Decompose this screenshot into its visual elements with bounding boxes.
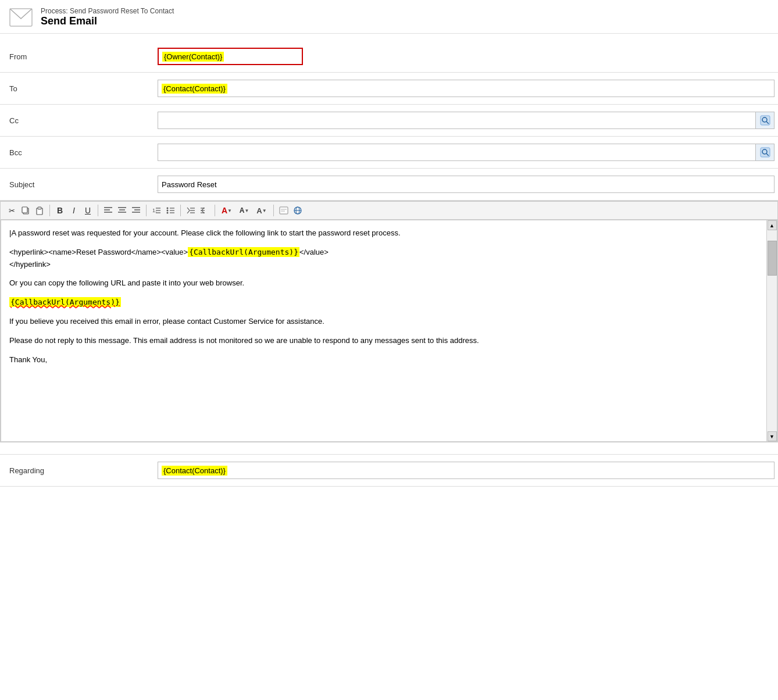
font-color-button[interactable]: A ▼ (219, 204, 235, 217)
body-content[interactable]: |A password reset was requested for your… (1, 220, 766, 441)
cc-field (154, 109, 778, 131)
subject-input[interactable] (158, 176, 775, 193)
email-body-area: ✂ B I U 1. (0, 201, 778, 442)
insert-field-button[interactable] (277, 204, 290, 217)
cut-button[interactable]: ✂ (5, 204, 18, 217)
font-size-button[interactable]: A ▼ (236, 204, 252, 217)
bcc-field (154, 141, 778, 163)
body-with-scrollbar: |A password reset was requested for your… (1, 220, 777, 442)
regarding-row: Regarding {Contact(Contact)} (0, 455, 778, 487)
italic-button[interactable]: I (67, 204, 80, 217)
body-line3: Or you can copy the following URL and pa… (9, 277, 758, 290)
callback-token-2: {CallbackUrl(Arguments)} (9, 297, 121, 307)
svg-rect-36 (280, 207, 288, 214)
bold-button[interactable]: B (53, 204, 66, 217)
from-row: From {Owner(Contact)} (0, 41, 778, 73)
editor-toolbar: ✂ B I U 1. (1, 201, 777, 220)
indent-button[interactable] (184, 204, 197, 217)
from-input-box[interactable]: {Owner(Contact)} (158, 48, 303, 65)
scrollbar[interactable]: ▲ ▼ (766, 220, 777, 441)
bcc-input[interactable] (158, 145, 755, 160)
align-center-button[interactable] (116, 204, 129, 217)
scrollbar-thumb[interactable] (768, 241, 777, 276)
cc-lookup-icon[interactable] (755, 112, 774, 128)
email-icon (9, 8, 33, 27)
underline-button[interactable]: U (81, 204, 94, 217)
scrollbar-down-arrow[interactable]: ▼ (768, 431, 777, 441)
bcc-lookup-icon[interactable] (755, 144, 774, 160)
bcc-row: Bcc (0, 137, 778, 169)
outdent-button[interactable] (198, 204, 211, 217)
separator-1 (49, 205, 50, 216)
bcc-label: Bcc (0, 144, 154, 162)
from-field: {Owner(Contact)} (154, 45, 778, 67)
subject-row: Subject (0, 169, 778, 201)
from-token: {Owner(Contact)} (162, 52, 224, 62)
from-field-wrapper: {Owner(Contact)} (158, 48, 775, 65)
svg-rect-8 (22, 207, 27, 213)
regarding-input-box[interactable]: {Contact(Contact)} (158, 462, 775, 479)
body-callback-standalone: {CallbackUrl(Arguments)} (9, 297, 758, 309)
align-right-button[interactable] (130, 204, 142, 217)
svg-point-24 (167, 208, 169, 209)
svg-point-26 (167, 212, 169, 214)
cc-input-wrapper (158, 112, 775, 129)
separator-4 (180, 205, 181, 216)
separator-3 (146, 205, 147, 216)
bcc-input-wrapper (158, 144, 775, 161)
unordered-list-button[interactable] (164, 204, 177, 217)
subject-label: Subject (0, 176, 154, 194)
separator-5 (215, 205, 215, 216)
header: Process: Send Password Reset To Contact … (0, 0, 778, 34)
process-title: Process: Send Password Reset To Contact (41, 7, 174, 15)
to-label: To (0, 80, 154, 98)
subject-field (154, 173, 778, 195)
regarding-field: {Contact(Contact)} (154, 459, 778, 481)
svg-rect-10 (38, 207, 41, 209)
separator-6 (273, 205, 274, 216)
from-label: From (0, 48, 154, 66)
header-text: Process: Send Password Reset To Contact … (41, 7, 174, 27)
callback-token-1: {CallbackUrl(Arguments)} (188, 247, 299, 257)
hyperlink-prefix: <hyperlink><name>Reset Password</name><v… (9, 248, 188, 256)
align-left-button[interactable] (102, 204, 115, 217)
body-line5: Please do not reply to this message. Thi… (9, 335, 758, 347)
main-title: Send Email (41, 15, 174, 27)
cc-label: Cc (0, 112, 154, 130)
copy-button[interactable] (19, 204, 32, 217)
body-line1: |A password reset was requested for your… (9, 227, 758, 240)
regarding-label: Regarding (0, 462, 154, 480)
paste-button[interactable] (33, 204, 46, 217)
regarding-token: {Contact(Contact)} (162, 466, 227, 476)
regarding-section: Regarding {Contact(Contact)} (0, 454, 778, 487)
cc-row: Cc (0, 105, 778, 137)
to-row: To {Contact(Contact)} (0, 73, 778, 105)
body-line4: If you believe you received this email i… (9, 316, 758, 328)
to-input-box[interactable]: {Contact(Contact)} (158, 80, 775, 97)
email-body[interactable]: |A password reset was requested for your… (1, 220, 766, 441)
separator-2 (98, 205, 98, 216)
body-line6: Thank You, (9, 354, 758, 366)
hyperlink-button[interactable] (291, 204, 304, 217)
ordered-list-button[interactable]: 1. (150, 204, 163, 217)
cc-input[interactable] (158, 113, 755, 128)
scrollbar-up-arrow[interactable]: ▲ (768, 220, 777, 230)
body-line2: <hyperlink><name>Reset Password</name><v… (9, 247, 758, 271)
to-field: {Contact(Contact)} (154, 77, 778, 99)
to-token: {Contact(Contact)} (162, 84, 227, 94)
svg-point-25 (167, 210, 169, 212)
highlight-button[interactable]: A ▼ (254, 204, 270, 217)
form-area: From {Owner(Contact)} To {Contact(Contac… (0, 34, 778, 201)
